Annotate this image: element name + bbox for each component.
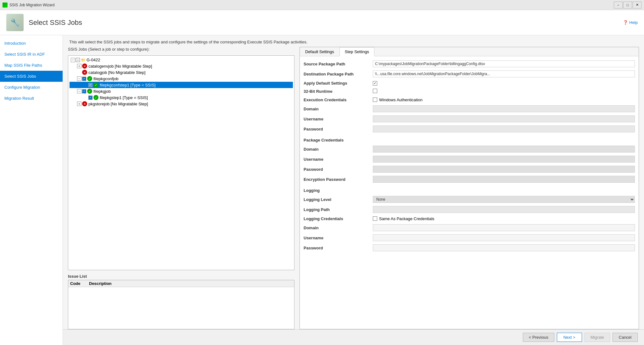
tabs-bar: Default Settings Step Settings [300,47,639,56]
status-icon-filepkgconfstep1: ✓ [93,82,98,87]
same-as-pkg-checkbox[interactable] [373,216,377,221]
log-password-value [373,244,635,251]
close-button[interactable]: ✕ [633,2,641,8]
exec-password-value [373,125,635,132]
checkbox-filepkgconfstep1[interactable]: ✓ [88,83,92,87]
tree-item-filepkgconfstep1[interactable]: ✓ ✓ filepkgconfstep1 [Type = SSIS] [70,82,293,88]
log-username-value [373,234,635,241]
checkbox-filepkgjob[interactable]: ✓ [82,89,86,93]
right-panel: Default Settings Step Settings Source Pa… [300,47,639,329]
logging-section-row: Logging [304,186,635,194]
window-controls: − □ ✕ [614,2,641,8]
maximize-button[interactable]: □ [623,2,632,8]
help-link[interactable]: ❓ Help [623,10,638,35]
pkg-username-label: Username [304,157,373,162]
checkbox-filepkgstep1[interactable]: ✓ [88,96,92,100]
app-icon [3,3,8,8]
minimize-button[interactable]: − [614,2,623,8]
pkg-domain-row: Domain [304,144,635,154]
log-password-row: Password [304,243,635,253]
sidebar-item-select-ssis-ir[interactable]: Select SSIS IR in ADF [0,49,63,60]
expand-btn-pkgstorejob[interactable]: + [77,102,81,106]
pkg-domain-input[interactable] [373,146,635,153]
header-icon: 🔧 [6,14,24,31]
log-domain-input[interactable] [373,224,635,231]
sidebar-item-select-ssis-jobs[interactable]: Select SSIS Jobs [0,71,63,82]
exec-password-input[interactable] [373,125,635,132]
enc-pwd-label: Encryption Password [304,177,373,182]
exec-domain-input[interactable] [373,105,635,112]
apply-default-checkbox[interactable]: ✓ [373,81,377,86]
apply-default-label: Apply Default Settings [304,81,373,86]
sidebar-item-configure-migration[interactable]: Configure Migration [0,82,63,93]
pkg-username-input[interactable] [373,156,635,163]
logging-path-value [373,206,635,213]
dest-package-row: Destination Package Path [304,69,635,79]
pkg-username-value [373,156,635,163]
checkbox-root[interactable]: ▪ [76,58,80,62]
dest-package-input[interactable] [373,70,635,77]
log-username-input[interactable] [373,234,635,241]
main-layout: Introduction Select SSIS IR in ADF Map S… [0,35,644,345]
logging-level-select[interactable]: None [373,196,635,203]
status-icon-catalogjob: ✕ [82,70,87,75]
exec-username-row: Username [304,114,635,124]
exec-password-label: Password [304,127,373,131]
tab-default-settings[interactable]: Default Settings [300,47,339,56]
runtime-32bit-checkbox[interactable] [373,89,377,93]
log-username-row: Username [304,233,635,243]
previous-button[interactable]: < Previous [523,333,554,342]
apply-default-value: ✓ [373,81,635,86]
pkg-password-row: Password [304,164,635,174]
pkg-password-input[interactable] [373,166,635,173]
expand-btn-filepkgjob[interactable]: − [77,89,81,93]
cancel-button[interactable]: Cancel [613,333,638,342]
pkg-username-row: Username [304,154,635,164]
exec-username-input[interactable] [373,115,635,122]
status-icon-filepkgconfjob: ✓ [87,76,92,81]
next-button[interactable]: Next > [557,333,582,342]
pkg-cred-section-row: Package Credentials [304,136,635,144]
enc-pwd-row: Encryption Password [304,174,635,184]
description-bar: This will select the SSIS jobs and steps… [63,35,644,47]
jobs-tree[interactable]: − ▪ 📁 G-0422 + ✕ catalogenvjob [No Migra… [68,55,294,270]
tree-label-catalogenvjob: catalogenvjob [No Migratable Step] [88,64,152,69]
status-icon-catalogenvjob: ✕ [82,64,87,69]
enc-pwd-input[interactable] [373,176,635,183]
tree-item-catalogenvjob[interactable]: + ✕ catalogenvjob [No Migratable Step] [70,63,293,69]
dest-package-value [373,70,635,77]
migrate-button[interactable]: Migrate [585,333,610,342]
windows-auth-container: Windows Authentication [373,97,635,102]
source-package-input[interactable] [373,60,635,67]
logging-path-input[interactable] [373,206,635,213]
expand-btn-catalogenvjob[interactable]: + [77,64,81,68]
log-domain-row: Domain [304,223,635,233]
tree-item-filepkgjob[interactable]: − ✓ ✓ filepkgjob [70,88,293,94]
issue-col-code-header: Code [70,281,89,286]
same-as-pkg-label: Same As Package Credentials [379,216,434,221]
checkbox-filepkgconfjob[interactable]: ✓ [82,77,86,81]
pkg-password-label: Password [304,167,373,172]
sidebar-item-migration-result[interactable]: Migration Result [0,93,63,104]
windows-auth-checkbox[interactable] [373,97,377,102]
log-password-input[interactable] [373,244,635,251]
pkg-password-value [373,166,635,173]
logging-path-row: Logging Path [304,204,635,214]
pkg-domain-value [373,146,635,153]
tree-item-pkgstorejob[interactable]: + ✕ pkgstorejob [No Migratable Step] [70,101,293,107]
tree-item-root[interactable]: − ▪ 📁 G-0422 [70,57,293,63]
sidebar-item-map-ssis-file-paths[interactable]: Map SSIS File Paths [0,60,63,71]
sidebar-item-introduction[interactable]: Introduction [0,38,63,49]
apply-default-row: Apply Default Settings ✓ [304,79,635,87]
jobs-label: SSIS Jobs (Select a job or step to confi… [68,47,294,52]
tree-item-filepkgconfjob[interactable]: − ✓ ✓ filepkgconfjob [70,75,293,82]
tab-step-settings[interactable]: Step Settings [339,47,374,56]
issue-col-desc-header: Description [89,281,292,286]
status-icon-pkgstorejob: ✕ [82,101,87,106]
expand-btn-filepkgconfjob[interactable]: − [77,76,81,81]
dest-package-label: Destination Package Path [304,72,373,76]
expand-btn-root[interactable]: − [71,58,75,62]
header: 🔧 Select SSIS Jobs ❓ Help [0,10,644,35]
tree-item-filepkgstep1[interactable]: ✓ ✓ filepkgstep1 [Type = SSIS] [70,94,293,101]
tree-item-catalogjob[interactable]: ✕ catalogjob [No Migratable Step] [70,69,293,75]
